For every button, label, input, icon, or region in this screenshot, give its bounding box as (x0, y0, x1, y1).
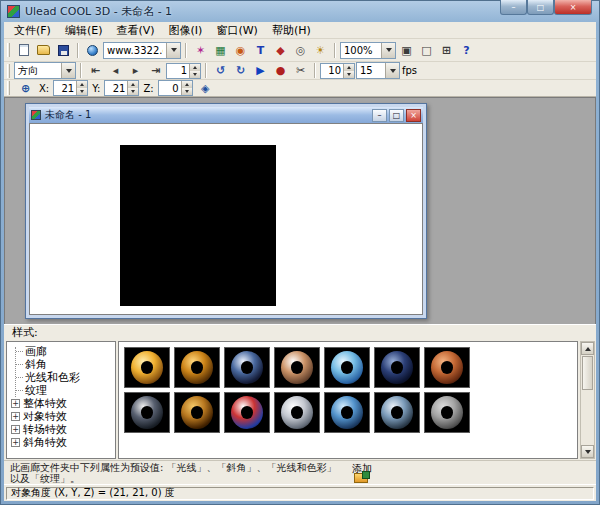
style-thumb-torus-silver[interactable] (274, 392, 320, 433)
move-object-button[interactable]: ◈ (196, 80, 215, 97)
style-thumb-torus-multicolor[interactable] (224, 392, 270, 433)
help-button[interactable]: ? (457, 42, 476, 59)
render-wizard-button[interactable]: ✶ (191, 42, 210, 59)
menu-item-1[interactable]: 编辑(E) (58, 22, 110, 39)
frame-input[interactable] (167, 64, 189, 78)
spin-down-button[interactable] (190, 71, 200, 78)
open-button[interactable] (34, 42, 53, 59)
style-thumb-torus-leopard[interactable] (174, 392, 220, 433)
document-maximize-button[interactable]: □ (389, 109, 404, 122)
prev-frame-button[interactable]: ◂ (106, 62, 125, 79)
insert-text-button[interactable]: T (251, 42, 270, 59)
zoom-input[interactable] (341, 45, 381, 56)
render-area[interactable] (120, 145, 276, 306)
fps-input[interactable] (357, 65, 385, 76)
lighting-button[interactable]: ☀ (311, 42, 330, 59)
style-thumb-torus-steel-blue[interactable] (374, 392, 420, 433)
spin-up-button[interactable] (190, 64, 200, 71)
document-canvas[interactable] (29, 123, 423, 315)
spin-down-button[interactable] (344, 71, 354, 78)
url-combo-drop-button[interactable] (166, 43, 180, 58)
expand-icon[interactable]: + (11, 412, 20, 421)
menu-item-4[interactable]: 窗口(W) (209, 22, 264, 39)
style-thumb-torus-navy-chrome[interactable] (224, 347, 270, 388)
new-button[interactable] (14, 42, 33, 59)
menu-item-3[interactable]: 图像(I) (162, 22, 210, 39)
url-combo[interactable] (103, 42, 181, 59)
record-button[interactable]: ● (271, 62, 290, 79)
undo-button[interactable]: ↺ (211, 62, 230, 79)
style-thumb-torus-gray-flat[interactable] (424, 392, 470, 433)
duration-spinner[interactable] (320, 63, 355, 79)
play-button[interactable]: ▶ (251, 62, 270, 79)
frame-spinner[interactable] (166, 63, 201, 79)
spin-down-button[interactable] (128, 88, 138, 95)
menu-item-0[interactable]: 文件(F) (7, 22, 58, 39)
actual-size-button[interactable]: □ (417, 42, 436, 59)
direction-input[interactable] (15, 65, 61, 76)
url-input[interactable] (104, 45, 166, 56)
spin-down-button[interactable] (182, 88, 192, 95)
save-button[interactable] (54, 42, 73, 59)
expand-icon[interactable]: + (11, 425, 20, 434)
x-spinner[interactable] (53, 80, 88, 96)
redo-button[interactable]: ↻ (231, 62, 250, 79)
scroll-down-button[interactable] (581, 445, 594, 458)
first-frame-button[interactable]: ⇤ (86, 62, 105, 79)
scrollbar-thumb[interactable] (582, 356, 593, 390)
direction-combo-drop-button[interactable] (61, 63, 75, 78)
style-thumb-torus-sky-spotted[interactable] (324, 347, 370, 388)
fps-combo[interactable] (356, 62, 400, 79)
menu-item-5[interactable]: 帮助(H) (265, 22, 318, 39)
style-thumb-torus-charcoal-rim[interactable] (124, 392, 170, 433)
spin-up-button[interactable] (344, 64, 354, 71)
scroll-up-button[interactable] (581, 342, 594, 355)
insert-shape-button[interactable]: ◆ (271, 42, 290, 59)
style-thumb-torus-rust-texture[interactable] (424, 347, 470, 388)
minimize-button[interactable]: – (500, 0, 527, 15)
spin-down-button[interactable] (77, 88, 87, 95)
gallery-scrollbar[interactable] (580, 341, 595, 459)
spin-up-button[interactable] (182, 81, 192, 88)
x-input[interactable] (54, 81, 76, 95)
style-thumb-torus-blue-marble[interactable] (324, 392, 370, 433)
close-button[interactable]: × (554, 0, 592, 15)
maximize-button[interactable]: □ (527, 0, 554, 15)
texture-button[interactable]: ▦ (211, 42, 230, 59)
tree-item-7[interactable]: +斜角特效 (11, 436, 115, 449)
style-thumb-torus-gold-bright[interactable] (124, 347, 170, 388)
expand-icon[interactable]: + (11, 399, 20, 408)
document-close-button[interactable]: × (406, 109, 421, 122)
zoom-combo[interactable] (340, 42, 396, 59)
expand-icon[interactable]: + (11, 438, 20, 447)
spin-up-button[interactable] (128, 81, 138, 88)
fps-combo-drop-button[interactable] (385, 63, 399, 78)
grid-button[interactable]: ⊞ (437, 42, 456, 59)
menu-item-2[interactable]: 查看(V) (109, 22, 161, 39)
style-thumb-torus-copper-white[interactable] (274, 347, 320, 388)
y-input[interactable] (105, 81, 127, 95)
camera-button[interactable]: ◎ (291, 42, 310, 59)
fit-window-button[interactable]: ▣ (397, 42, 416, 59)
color-wheel-button[interactable]: ◉ (231, 42, 250, 59)
document-window[interactable]: 未命名 - 1 – □ × (25, 103, 427, 319)
last-frame-button[interactable]: ⇥ (146, 62, 165, 79)
z-spinner[interactable] (158, 80, 193, 96)
add-style-button[interactable] (354, 473, 368, 483)
zoom-combo-drop-button[interactable] (381, 43, 395, 58)
direction-combo[interactable] (14, 62, 76, 79)
y-spinner[interactable] (104, 80, 139, 96)
style-thumb-torus-gold-dark[interactable] (174, 347, 220, 388)
z-input[interactable] (159, 81, 181, 95)
document-minimize-button[interactable]: – (372, 109, 387, 122)
document-title-bar[interactable]: 未命名 - 1 – □ × (29, 107, 423, 123)
rotate-object-button[interactable]: ⊕ (16, 80, 35, 97)
duration-input[interactable] (321, 64, 343, 78)
spin-up-button[interactable] (77, 81, 87, 88)
torus-image (131, 396, 163, 429)
cut-button[interactable]: ✂ (291, 62, 310, 79)
style-thumb-torus-midnight[interactable] (374, 347, 420, 388)
scrollbar-track[interactable] (581, 355, 594, 445)
web-button[interactable] (83, 42, 102, 59)
next-frame-button[interactable]: ▸ (126, 62, 145, 79)
